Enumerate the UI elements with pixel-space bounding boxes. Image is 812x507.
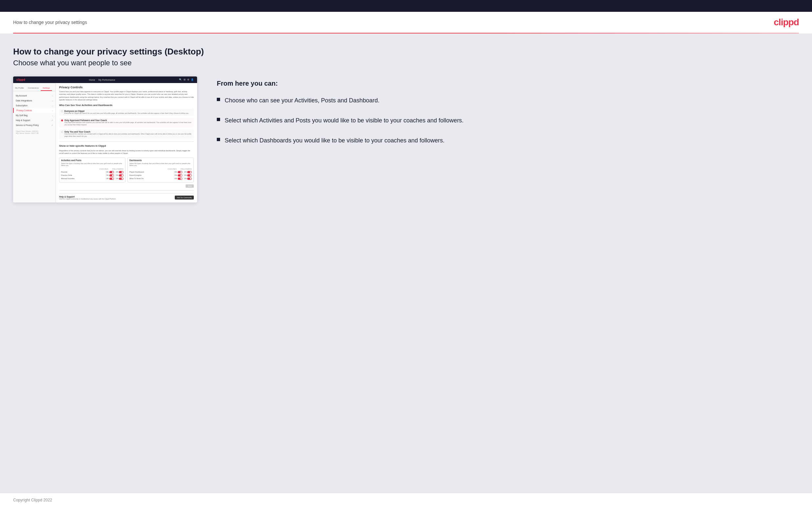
chevron-icon: ›	[52, 105, 53, 107]
mockup-tab-connections: Connections	[26, 86, 41, 91]
mockup-nav-home: Home	[89, 79, 95, 81]
avatar: 👤	[191, 78, 194, 81]
info-bullet-3: Select which Dashboards you would like t…	[217, 136, 799, 145]
mockup-sidebar-item-help: Help & Support ↗	[13, 118, 55, 123]
toggle-roundinsights-coaches	[178, 174, 182, 177]
mockup-radio-onlyyou: Only You and Your Coach Only you and the…	[59, 129, 194, 139]
mockup-divider	[59, 142, 194, 142]
chevron-icon: ›	[52, 110, 53, 112]
bullet-icon-2	[217, 118, 220, 121]
settings-icon: ⚙	[187, 78, 189, 81]
search-icon: 🔍	[179, 78, 182, 81]
mockup-body: My Profile Connections Settings My Accou…	[13, 83, 197, 203]
bullet-text-3: Select which Dashboards you would like t…	[225, 136, 445, 145]
mockup-sidebar-item-service: Service & Privacy Policy ↗	[13, 123, 55, 128]
mockup-activities-box: Activities and Posts Select the types of…	[59, 158, 125, 182]
mockup-visit-button: Visit Our Community	[175, 195, 194, 200]
content-row: clippd Home My Performance 🔍 ⊞ ⚙ 👤 My Pr…	[13, 76, 799, 203]
mockup-sidebar-tabs: My Profile Connections Settings	[13, 86, 55, 91]
toggle-manual-followers	[119, 177, 123, 180]
chevron-icon: ↗	[51, 124, 53, 126]
header: How to change your privacy settings clip…	[0, 12, 812, 33]
info-panel: From here you can: Choose who can see yo…	[210, 76, 799, 157]
mockup-tab-settings: Settings	[41, 86, 52, 91]
chevron-icon: ›	[52, 115, 53, 116]
mockup-nav-performance: My Performance	[98, 79, 115, 81]
toggle-whattowok-followers	[187, 177, 192, 180]
mockup-radio-dot-onlyyou	[61, 131, 63, 133]
toggle-whattowok-coaches	[178, 177, 182, 180]
toggle-playerdash-coaches	[178, 171, 182, 173]
mockup-topbar: clippd Home My Performance 🔍 ⊞ ⚙ 👤	[13, 76, 197, 83]
mockup-nav: Home My Performance	[89, 79, 115, 81]
bullet-icon-1	[217, 98, 220, 101]
toggle-playerdash-followers	[187, 171, 192, 173]
mockup-sidebar-item-privacy: Privacy Controls ›	[13, 108, 55, 113]
mockup-sidebar: My Profile Connections Settings My Accou…	[13, 83, 56, 203]
mockup-privacy-title: Privacy Controls	[59, 86, 194, 89]
mockup-logo: clippd	[16, 78, 25, 81]
info-bullet-1: Choose who can see your Activities, Post…	[217, 97, 799, 105]
page-heading: How to change your privacy settings (Des…	[13, 47, 799, 57]
mockup-radio-dot-approved	[61, 119, 63, 121]
grid-icon: ⊞	[184, 78, 186, 81]
toggle-drills-followers	[119, 174, 123, 177]
mockup-radio-approved: Only Approved Followers and Your Coach O…	[59, 118, 194, 127]
toggle-rounds-followers	[119, 171, 123, 173]
toggle-drills-coaches	[109, 174, 114, 177]
mockup-save-row: Save	[59, 184, 194, 188]
mockup-icons: 🔍 ⊞ ⚙ 👤	[179, 78, 194, 81]
top-bar	[0, 0, 812, 12]
copyright: Copyright Clippd 2022	[13, 498, 52, 502]
mockup-show-hide-title: Show or hide specific features in Clippd	[59, 145, 194, 147]
mockup-toggle-player-dashboard: Player Dashboard ON ON	[130, 171, 192, 173]
mockup-toggles-row: Activities and Posts Select the types of…	[59, 158, 194, 182]
mockup-toggle-drills: Practice Drills ON ON	[61, 174, 123, 177]
chevron-icon: ›	[52, 100, 53, 102]
chevron-icon: ›	[52, 95, 53, 97]
mockup-sidebar-item-subscription: Subscription ›	[13, 103, 55, 108]
mockup-sidebar-item-account: My Account ›	[13, 93, 55, 98]
mockup-dashboards-header: COACHES FOLLOWERS	[130, 168, 192, 170]
mockup-sidebar-item-data: Data Integrations ›	[13, 98, 55, 103]
mockup-help-divider	[59, 190, 194, 191]
mockup-save-button: Save	[186, 184, 194, 188]
info-bullet-2: Select which Activities and Posts you wo…	[217, 116, 799, 125]
bullet-text-1: Choose who can see your Activities, Post…	[225, 97, 379, 105]
mockup-radio-everyone: Everyone on Clippd Everyone on Clippd ca…	[59, 109, 194, 116]
footer: Copyright Clippd 2022	[0, 493, 812, 507]
mockup-who-can-see-title: Who Can See Your Activities and Dashboar…	[59, 104, 194, 107]
bullet-text-2: Select which Activities and Posts you wo…	[225, 116, 463, 125]
mockup-show-hide-desc: Regardless of the privacy controls that …	[59, 149, 194, 155]
page-title: How to change your privacy settings	[13, 20, 87, 25]
mockup-help-section: Help & Support Visit the Clippd communit…	[59, 193, 194, 200]
mockup-toggle-rounds: Rounds ON ON	[61, 171, 123, 173]
mockup-activities-header: COACHES FOLLOWERS	[61, 168, 123, 170]
mockup-radio-group: Everyone on Clippd Everyone on Clippd ca…	[59, 109, 194, 139]
mockup-help-desc: Visit the Clippd community to troublesho…	[59, 198, 116, 200]
mockup-radio-dot-everyone	[61, 110, 63, 112]
toggle-manual-coaches	[109, 177, 114, 180]
mockup-toggle-what-to-work: What To Work On ON ON	[130, 177, 192, 180]
mockup-toggle-manual: Manual Activities ON ON	[61, 177, 123, 180]
mockup-tab-profile: My Profile	[13, 86, 26, 91]
bullet-icon-3	[217, 138, 220, 141]
mockup-screenshot: clippd Home My Performance 🔍 ⊞ ⚙ 👤 My Pr…	[13, 76, 197, 203]
toggle-rounds-coaches	[109, 171, 114, 173]
main-content: How to change your privacy settings (Des…	[0, 34, 812, 493]
mockup-toggle-round-insights: Round Insights ON ON	[130, 174, 192, 177]
from-here-label: From here you can:	[217, 80, 799, 87]
toggle-roundinsights-followers	[187, 174, 192, 177]
mockup-help-title: Help & Support	[59, 195, 116, 198]
mockup-main-content: Privacy Controls Control how you and you…	[56, 83, 197, 203]
page-subheading: Choose what you want people to see	[13, 59, 799, 67]
chevron-icon: ↗	[51, 119, 53, 121]
mockup-dashboards-box: Dashboards Select the types of activity …	[128, 158, 194, 182]
mockup-version: Clippd Client Version: 2022.8.2SQL Serve…	[13, 128, 55, 135]
mockup-sidebar-item-golfbag: My Golf Bag ›	[13, 113, 55, 118]
mockup-privacy-desc: Control how you and your data appears to…	[59, 90, 194, 101]
logo: clippd	[774, 17, 799, 27]
